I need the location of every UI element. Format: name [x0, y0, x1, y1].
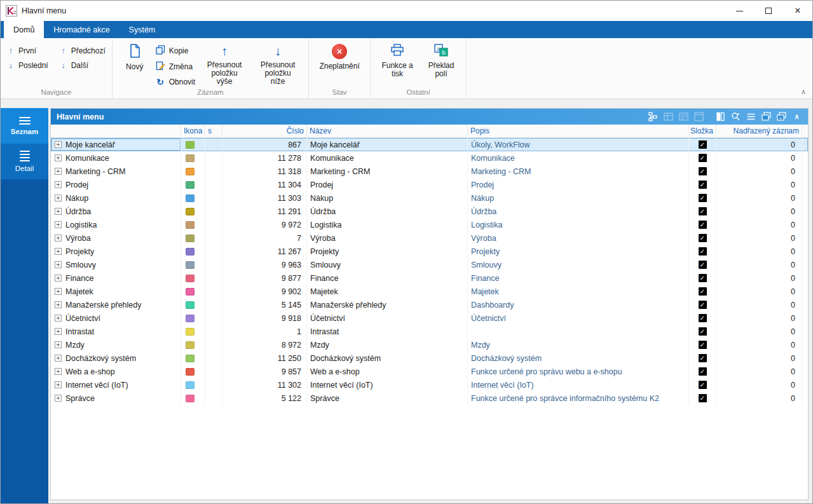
expand-icon[interactable]: +	[55, 208, 62, 215]
folder-checkbox[interactable]: ✓	[699, 261, 707, 269]
tab-system[interactable]: Systém	[120, 21, 165, 38]
expand-icon[interactable]: +	[55, 288, 62, 295]
new-button[interactable]: Nový	[119, 42, 151, 71]
column-header-popis[interactable]: Popis	[468, 125, 689, 137]
first-record-button[interactable]: ↑ První	[7, 46, 48, 55]
expand-icon[interactable]: +	[55, 181, 62, 188]
form-view-icon[interactable]	[693, 111, 704, 122]
folder-checkbox[interactable]: ✓	[699, 140, 707, 149]
table-row[interactable]: + Moje kancelář 867 Moje kancelář Úkoly,…	[51, 138, 808, 151]
search-settings-icon[interactable]	[730, 111, 741, 122]
table-row[interactable]: + Logistika 9 972 Logistika Logistika ✓ …	[51, 218, 808, 231]
column-header-nazev[interactable]: Název	[307, 125, 468, 137]
folder-checkbox[interactable]: ✓	[699, 314, 707, 322]
table-row[interactable]: + Účetnictví 9 918 Účetnictví Účetnictví…	[51, 311, 808, 325]
expand-icon[interactable]: +	[55, 141, 62, 148]
table-row[interactable]: + Internet věcí (IoT) 11 302 Internet vě…	[51, 378, 808, 392]
folder-checkbox[interactable]: ✓	[699, 341, 707, 349]
folder-checkbox[interactable]: ✓	[699, 354, 707, 362]
expand-icon[interactable]: +	[55, 235, 62, 242]
folder-checkbox[interactable]: ✓	[699, 234, 707, 242]
table-row[interactable]: + Majetek 9 902 Majetek Majetek ✓ 0	[51, 285, 808, 298]
table-row[interactable]: + Projekty 11 267 Projekty Projekty ✓ 0	[51, 245, 808, 258]
expand-icon[interactable]: +	[55, 315, 62, 322]
collapse-ribbon-icon[interactable]: ∧	[801, 88, 806, 96]
card-view-icon[interactable]	[678, 111, 689, 122]
table-row[interactable]: + Údržba 11 291 Údržba Údržba ✓ 0	[51, 205, 808, 218]
table-row[interactable]: + Prodej 11 304 Prodej Prodej ✓ 0	[51, 178, 808, 191]
folder-checkbox[interactable]: ✓	[699, 274, 707, 282]
column-header-tree[interactable]	[51, 125, 181, 137]
expand-icon[interactable]: +	[55, 154, 62, 161]
table-row[interactable]: + Docházkový systém 11 250 Docházkový sy…	[51, 351, 808, 365]
table-row[interactable]: + Intrastat 1 Intrastat ✓ 0	[51, 325, 808, 338]
expand-icon[interactable]: +	[55, 395, 62, 402]
table-row[interactable]: + Správce 5 122 Správce Funkce určené pr…	[51, 392, 808, 405]
duplicate-window-icon[interactable]	[776, 111, 787, 122]
table-row[interactable]: + Web a e-shop 9 857 Web a e-shop Funkce…	[51, 365, 808, 378]
folder-checkbox[interactable]: ✓	[699, 180, 707, 189]
next-record-button[interactable]: ↓ Další	[60, 60, 106, 70]
folder-checkbox[interactable]: ✓	[699, 221, 707, 229]
folder-checkbox[interactable]: ✓	[699, 247, 707, 255]
close-button[interactable]: ×	[783, 1, 812, 21]
last-record-button[interactable]: ↓ Poslední	[7, 60, 48, 70]
expand-icon[interactable]: +	[55, 275, 62, 282]
tree-structure-icon[interactable]	[648, 111, 659, 122]
expand-icon[interactable]: +	[55, 248, 62, 255]
folder-checkbox[interactable]: ✓	[699, 301, 707, 309]
column-header-nadrazeny[interactable]: Nadřazený záznam	[716, 125, 802, 137]
previous-record-button[interactable]: ↑ Předchozí	[60, 46, 106, 55]
expand-icon[interactable]: +	[55, 341, 62, 348]
expand-icon[interactable]: +	[55, 355, 62, 362]
tab-hromadne-akce[interactable]: Hromadné akce	[44, 21, 119, 38]
translate-fields-button[interactable]: ab Překlad polí	[423, 42, 460, 78]
copy-button[interactable]: Kopie	[156, 45, 195, 57]
minimize-button[interactable]	[725, 1, 754, 21]
folder-checkbox[interactable]: ✓	[699, 367, 707, 376]
table-row[interactable]: + Finance 9 877 Finance Finance ✓ 0	[51, 271, 808, 285]
table-row[interactable]: + Výroba 7 Výroba Výroba ✓ 0	[51, 231, 808, 245]
expand-icon[interactable]: +	[55, 368, 62, 375]
sidebar-item-seznam[interactable]: Seznam	[1, 108, 48, 144]
tab-domu[interactable]: Domů	[4, 21, 44, 38]
expand-icon[interactable]: +	[55, 168, 62, 175]
folder-checkbox[interactable]: ✓	[699, 194, 707, 202]
move-item-up-button[interactable]: ↑ Přesunout položku výše	[200, 42, 249, 86]
column-header-ikona[interactable]: Ikona	[181, 125, 205, 137]
collapse-panel-icon[interactable]: ∧	[791, 111, 802, 122]
expand-icon[interactable]: +	[55, 194, 62, 201]
maximize-button[interactable]	[754, 1, 783, 21]
column-header-s[interactable]: s	[205, 125, 222, 137]
refresh-button[interactable]: ↻ Obnovit	[156, 77, 195, 87]
table-row[interactable]: + Mzdy 8 972 Mzdy Mzdy ✓ 0	[51, 338, 808, 351]
table-row[interactable]: + Nákup 11 303 Nákup Nákup ✓ 0	[51, 191, 808, 205]
expand-icon[interactable]: +	[55, 261, 62, 268]
folder-checkbox[interactable]: ✓	[699, 207, 707, 215]
expand-icon[interactable]: +	[55, 301, 62, 308]
folder-checkbox[interactable]: ✓	[699, 167, 707, 175]
folder-checkbox[interactable]: ✓	[699, 154, 707, 162]
table-row[interactable]: + Smlouvy 9 963 Smlouvy Smlouvy ✓ 0	[51, 258, 808, 271]
invalidate-button[interactable]: × Zneplatnění	[315, 42, 364, 71]
table-row[interactable]: + Manažerské přehledy 5 145 Manažerské p…	[51, 298, 808, 311]
expand-icon[interactable]: +	[55, 221, 62, 228]
table-view-icon[interactable]	[663, 111, 674, 122]
folder-checkbox[interactable]: ✓	[699, 381, 707, 389]
column-header-slozka[interactable]: Složka	[689, 125, 716, 137]
expand-icon[interactable]: +	[55, 381, 62, 388]
columns-icon[interactable]	[715, 111, 726, 122]
table-row[interactable]: + Komunikace 11 278 Komunikace Komunikac…	[51, 151, 808, 165]
move-item-down-button[interactable]: ↓ Přesunout položku níže	[254, 42, 302, 86]
folder-checkbox[interactable]: ✓	[699, 287, 707, 296]
folder-checkbox[interactable]: ✓	[699, 394, 707, 402]
table-row[interactable]: + Marketing - CRM 11 318 Marketing - CRM…	[51, 165, 808, 178]
folder-checkbox[interactable]: ✓	[699, 327, 707, 336]
sidebar-item-detail[interactable]: Detail	[1, 144, 48, 179]
functions-print-button[interactable]: Funkce a tisk	[377, 42, 418, 78]
expand-icon[interactable]: +	[55, 328, 62, 335]
menu-icon[interactable]	[746, 111, 756, 122]
column-header-cislo[interactable]: Číslo	[222, 125, 307, 137]
cascade-windows-icon[interactable]	[761, 111, 772, 122]
change-button[interactable]: Změna	[156, 61, 195, 72]
